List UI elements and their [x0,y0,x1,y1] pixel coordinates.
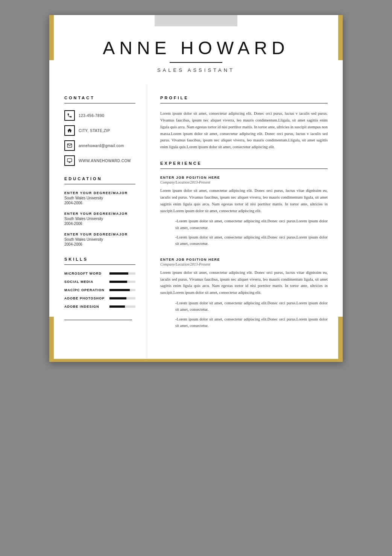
contact-website: WWW.ANNEHOWARD.COM [64,155,135,166]
skill-bar-bg-2 [109,281,135,283]
profile-section: PROFILE Lorem ipsum dolor sit amet, cons… [160,96,328,150]
accent-top-right [338,15,343,60]
job-title: SALES ASSISTANT [72,67,320,73]
education-section: EDUCATION ENTER YOUR DEGREE/MAJOR South … [64,176,135,246]
experience-section: EXPERIENCE ENTER JOB POSITION HERE Compa… [160,161,328,329]
skill-name-3: MAC/PC OPERATION [64,288,106,292]
address-text: CITY, STATE,ZIP [79,129,110,133]
experience-entry-1: ENTER JOB POSITION HERE Company/Location… [160,176,328,247]
experience-entry-2: ENTER JOB POSITION HERE Company/Location… [160,258,328,329]
exp-job-title-1: ENTER JOB POSITION HERE [160,176,328,179]
email-icon [64,140,75,151]
skill-5: ADOBE INDESIGN [64,305,135,308]
left-column: CONTACT 123-456-7890 CITY, STATE,ZIP [49,84,147,362]
school-3: South Wales University [64,237,135,242]
exp-company-1: Company/Location/2013-Present [160,180,328,184]
years-2: 2004-2006 [64,222,135,226]
email-text: annehoward@gmail.com [79,144,124,148]
degree-3: ENTER YOUR DEGREE/MAJOR [64,232,135,236]
skill-4: ADOBE PHOTOSHOP [64,296,135,300]
exp-bullet-2-1: -Lorem ipsum dolor sit amet, consectetur… [175,300,328,313]
skill-bar-bg-5 [109,305,135,308]
skill-2: SOCIAL MEDIA [64,280,135,284]
experience-section-title: EXPERIENCE [160,161,328,166]
skill-bar-fill-1 [109,272,128,275]
contact-section-title: CONTACT [64,96,135,100]
accent-bottom-left [49,317,54,362]
profile-divider [160,103,328,103]
home-icon [64,125,75,136]
education-entry-2: ENTER YOUR DEGREE/MAJOR South Wales Univ… [64,212,135,226]
skill-bar-bg-3 [109,289,135,291]
school-1: South Wales University [64,196,135,200]
exp-bullet-1-1: -Lorem ipsum dolor sit amet, consectetur… [175,218,328,231]
contact-phone: 123-456-7890 [64,110,135,121]
contact-divider [64,103,135,103]
resume-body: CONTACT 123-456-7890 CITY, STATE,ZIP [49,84,343,362]
accent-bottom-right [338,317,343,362]
school-2: South Wales University [64,217,135,221]
skill-bar-fill-4 [109,297,126,299]
skill-name-1: MICROSOFT WORD [64,272,106,275]
exp-bullets-1: -Lorem ipsum dolor sit amet, consectetur… [160,218,328,247]
skills-section: SKILLS MICROSOFT WORD SOCIAL MEDIA MAC/P… [64,257,135,320]
phone-text: 123-456-7890 [79,114,104,118]
skill-bar-fill-5 [109,305,125,308]
education-section-title: EDUCATION [64,176,135,181]
candidate-name: ANNE HOWARD [72,38,320,58]
exp-bullet-2-2: -Lorem ipsum dolor sit amet, consectetur… [175,316,328,329]
svg-rect-1 [67,159,72,162]
exp-company-2: Company/Location/2013-Present [160,262,328,266]
title-divider [170,62,222,63]
skills-divider [64,264,135,265]
website-text: WWW.ANNEHOWARD.COM [79,159,131,163]
degree-2: ENTER YOUR DEGREE/MAJOR [64,212,135,216]
skill-bar-fill-3 [109,289,130,291]
skills-section-title: SKILLS [64,257,135,261]
exp-desc-2: Lorem ipsum dolor sit amet, consectetur … [160,269,328,296]
education-entry-1: ENTER YOUR DEGREE/MAJOR South Wales Univ… [64,191,135,205]
skill-bar-fill-2 [109,281,127,283]
skill-bar-bg-1 [109,272,135,275]
contact-address: CITY, STATE,ZIP [64,125,135,136]
phone-icon [64,110,75,121]
education-entry-3: ENTER YOUR DEGREE/MAJOR South Wales Univ… [64,232,135,246]
contact-section: CONTACT 123-456-7890 CITY, STATE,ZIP [64,96,135,166]
degree-1: ENTER YOUR DEGREE/MAJOR [64,191,135,195]
profile-text: Lorem ipsum dolor sit amet, consectetur … [160,110,328,150]
skill-bar-bg-4 [109,297,135,299]
experience-divider [160,169,328,169]
years-3: 2004-2006 [64,242,135,246]
accent-top-left [49,15,54,60]
skill-name-2: SOCIAL MEDIA [64,280,106,284]
profile-section-title: PROFILE [160,96,328,100]
exp-bullet-1-2: -Lorem ipsum dolor sit amet, consectetur… [175,234,328,247]
education-divider [64,184,135,184]
resume-page: ANNE HOWARD SALES ASSISTANT CONTACT 123-… [49,15,343,362]
years-1: 2004-2006 [64,201,135,205]
contact-email: annehoward@gmail.com [64,140,135,151]
monitor-icon [64,155,75,166]
skill-3: MAC/PC OPERATION [64,288,135,292]
right-column: PROFILE Lorem ipsum dolor sit amet, cons… [147,84,343,362]
exp-bullets-2: -Lorem ipsum dolor sit amet, consectetur… [160,300,328,329]
exp-job-title-2: ENTER JOB POSITION HERE [160,258,328,261]
skill-name-4: ADOBE PHOTOSHOP [64,296,106,300]
accent-bottom-bar [54,359,338,362]
skill-1: MICROSOFT WORD [64,272,135,275]
bottom-divider [64,320,132,320]
accent-top-center [155,15,237,26]
skill-name-5: ADOBE INDESIGN [64,305,106,308]
exp-desc-1: Lorem ipsum dolor sit amet, consectetur … [160,187,328,214]
